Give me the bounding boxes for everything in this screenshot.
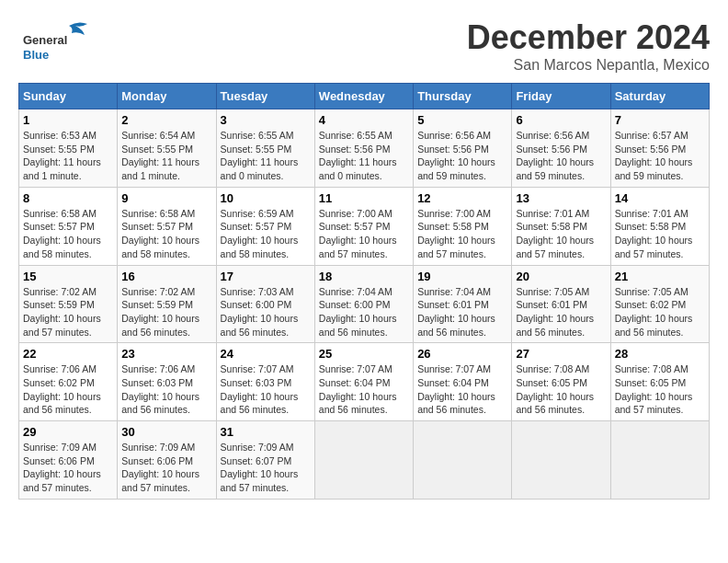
- day-info: Sunrise: 6:55 AM Sunset: 5:56 PM Dayligh…: [319, 129, 409, 183]
- day-number: 29: [23, 425, 113, 439]
- location-title: San Marcos Nepantla, Mexico: [467, 57, 710, 74]
- calendar-table: Sunday Monday Tuesday Wednesday Thursday…: [18, 83, 710, 500]
- day-number: 16: [121, 270, 211, 283]
- day-number: 30: [121, 425, 211, 439]
- day-info: Sunrise: 7:07 AM Sunset: 6:04 PM Dayligh…: [319, 362, 409, 417]
- day-cell: 11Sunrise: 7:00 AM Sunset: 5:57 PM Dayli…: [314, 187, 413, 265]
- day-cell: [512, 421, 610, 500]
- day-info: Sunrise: 6:56 AM Sunset: 5:56 PM Dayligh…: [417, 129, 507, 183]
- day-number: 17: [221, 270, 311, 283]
- header-row: Sunday Monday Tuesday Wednesday Thursday…: [19, 84, 710, 109]
- day-number: 20: [516, 270, 606, 283]
- day-cell: 28Sunrise: 7:08 AM Sunset: 6:05 PM Dayli…: [610, 343, 709, 421]
- day-cell: 7Sunrise: 6:57 AM Sunset: 5:56 PM Daylig…: [610, 109, 709, 188]
- day-cell: [414, 421, 512, 500]
- week-row-5: 29Sunrise: 7:09 AM Sunset: 6:06 PM Dayli…: [19, 421, 710, 500]
- day-cell: 3Sunrise: 6:55 AM Sunset: 5:55 PM Daylig…: [216, 109, 314, 188]
- day-cell: 8Sunrise: 6:58 AM Sunset: 5:57 PM Daylig…: [19, 187, 118, 265]
- day-cell: [610, 421, 709, 500]
- day-info: Sunrise: 6:58 AM Sunset: 5:57 PM Dayligh…: [23, 207, 113, 261]
- day-number: 12: [417, 191, 507, 205]
- col-monday: Monday: [118, 84, 216, 109]
- day-cell: 6Sunrise: 6:56 AM Sunset: 5:56 PM Daylig…: [512, 109, 610, 188]
- week-row-2: 8Sunrise: 6:58 AM Sunset: 5:57 PM Daylig…: [19, 187, 710, 265]
- day-cell: 16Sunrise: 7:02 AM Sunset: 5:59 PM Dayli…: [118, 265, 216, 343]
- day-info: Sunrise: 7:09 AM Sunset: 6:06 PM Dayligh…: [121, 441, 211, 495]
- week-row-1: 1Sunrise: 6:53 AM Sunset: 5:55 PM Daylig…: [19, 109, 710, 188]
- month-title: December 2024: [467, 18, 710, 57]
- day-number: 14: [615, 191, 705, 205]
- day-info: Sunrise: 7:08 AM Sunset: 6:05 PM Dayligh…: [516, 362, 606, 417]
- day-number: 27: [516, 347, 606, 361]
- day-info: Sunrise: 7:02 AM Sunset: 5:59 PM Dayligh…: [23, 285, 113, 339]
- week-row-4: 22Sunrise: 7:06 AM Sunset: 6:02 PM Dayli…: [19, 343, 710, 421]
- day-info: Sunrise: 7:06 AM Sunset: 6:02 PM Dayligh…: [23, 362, 113, 417]
- day-number: 5: [417, 113, 507, 127]
- day-info: Sunrise: 6:53 AM Sunset: 5:55 PM Dayligh…: [23, 129, 113, 183]
- day-info: Sunrise: 7:08 AM Sunset: 6:05 PM Dayligh…: [615, 362, 705, 417]
- day-info: Sunrise: 7:00 AM Sunset: 5:58 PM Dayligh…: [417, 207, 507, 261]
- day-number: 8: [23, 191, 113, 205]
- day-number: 21: [615, 270, 705, 283]
- day-number: 22: [23, 347, 113, 361]
- day-info: Sunrise: 7:04 AM Sunset: 6:00 PM Dayligh…: [319, 285, 409, 339]
- day-number: 24: [221, 347, 311, 361]
- day-cell: 13Sunrise: 7:01 AM Sunset: 5:58 PM Dayli…: [512, 187, 610, 265]
- day-cell: 18Sunrise: 7:04 AM Sunset: 6:00 PM Dayli…: [314, 265, 413, 343]
- day-info: Sunrise: 6:54 AM Sunset: 5:55 PM Dayligh…: [121, 129, 211, 183]
- col-tuesday: Tuesday: [216, 84, 314, 109]
- day-cell: 24Sunrise: 7:07 AM Sunset: 6:03 PM Dayli…: [216, 343, 314, 421]
- day-info: Sunrise: 7:09 AM Sunset: 6:07 PM Dayligh…: [221, 441, 311, 495]
- day-cell: 4Sunrise: 6:55 AM Sunset: 5:56 PM Daylig…: [314, 109, 413, 188]
- day-info: Sunrise: 7:01 AM Sunset: 5:58 PM Dayligh…: [615, 207, 705, 261]
- day-info: Sunrise: 7:05 AM Sunset: 6:01 PM Dayligh…: [516, 285, 606, 339]
- day-info: Sunrise: 6:56 AM Sunset: 5:56 PM Dayligh…: [516, 129, 606, 183]
- day-info: Sunrise: 7:07 AM Sunset: 6:04 PM Dayligh…: [417, 362, 507, 417]
- day-cell: 27Sunrise: 7:08 AM Sunset: 6:05 PM Dayli…: [512, 343, 610, 421]
- day-cell: 2Sunrise: 6:54 AM Sunset: 5:55 PM Daylig…: [118, 109, 216, 188]
- day-cell: 30Sunrise: 7:09 AM Sunset: 6:06 PM Dayli…: [118, 421, 216, 500]
- week-row-3: 15Sunrise: 7:02 AM Sunset: 5:59 PM Dayli…: [19, 265, 710, 343]
- day-cell: 20Sunrise: 7:05 AM Sunset: 6:01 PM Dayli…: [512, 265, 610, 343]
- col-wednesday: Wednesday: [314, 84, 413, 109]
- day-number: 26: [417, 347, 507, 361]
- day-number: 2: [121, 113, 211, 127]
- day-number: 6: [516, 113, 606, 127]
- day-number: 23: [121, 347, 211, 361]
- day-number: 31: [221, 425, 311, 439]
- day-cell: 26Sunrise: 7:07 AM Sunset: 6:04 PM Dayli…: [414, 343, 512, 421]
- day-number: 7: [615, 113, 705, 127]
- day-number: 19: [417, 270, 507, 283]
- day-info: Sunrise: 7:06 AM Sunset: 6:03 PM Dayligh…: [121, 362, 211, 417]
- col-saturday: Saturday: [610, 84, 709, 109]
- day-cell: 9Sunrise: 6:58 AM Sunset: 5:57 PM Daylig…: [118, 187, 216, 265]
- day-number: 9: [121, 191, 211, 205]
- day-cell: 10Sunrise: 6:59 AM Sunset: 5:57 PM Dayli…: [216, 187, 314, 265]
- logo-icon: General Blue: [18, 18, 101, 64]
- day-info: Sunrise: 6:58 AM Sunset: 5:57 PM Dayligh…: [121, 207, 211, 261]
- day-info: Sunrise: 7:01 AM Sunset: 5:58 PM Dayligh…: [516, 207, 606, 261]
- day-info: Sunrise: 6:55 AM Sunset: 5:55 PM Dayligh…: [221, 129, 311, 183]
- day-number: 4: [319, 113, 409, 127]
- day-info: Sunrise: 6:59 AM Sunset: 5:57 PM Dayligh…: [221, 207, 311, 261]
- svg-text:General: General: [23, 33, 67, 47]
- day-number: 3: [221, 113, 311, 127]
- day-cell: 1Sunrise: 6:53 AM Sunset: 5:55 PM Daylig…: [19, 109, 118, 188]
- title-area: December 2024 San Marcos Nepantla, Mexic…: [467, 18, 710, 74]
- day-number: 13: [516, 191, 606, 205]
- day-cell: 21Sunrise: 7:05 AM Sunset: 6:02 PM Dayli…: [610, 265, 709, 343]
- day-cell: 12Sunrise: 7:00 AM Sunset: 5:58 PM Dayli…: [414, 187, 512, 265]
- day-number: 11: [319, 191, 409, 205]
- day-info: Sunrise: 7:03 AM Sunset: 6:00 PM Dayligh…: [221, 285, 311, 339]
- col-friday: Friday: [512, 84, 610, 109]
- day-info: Sunrise: 7:02 AM Sunset: 5:59 PM Dayligh…: [121, 285, 211, 339]
- day-info: Sunrise: 7:09 AM Sunset: 6:06 PM Dayligh…: [23, 441, 113, 495]
- day-cell: 23Sunrise: 7:06 AM Sunset: 6:03 PM Dayli…: [118, 343, 216, 421]
- day-cell: 17Sunrise: 7:03 AM Sunset: 6:00 PM Dayli…: [216, 265, 314, 343]
- day-number: 18: [319, 270, 409, 283]
- day-cell: [314, 421, 413, 500]
- day-number: 15: [23, 270, 113, 283]
- col-thursday: Thursday: [414, 84, 512, 109]
- day-info: Sunrise: 7:05 AM Sunset: 6:02 PM Dayligh…: [615, 285, 705, 339]
- day-number: 1: [23, 113, 113, 127]
